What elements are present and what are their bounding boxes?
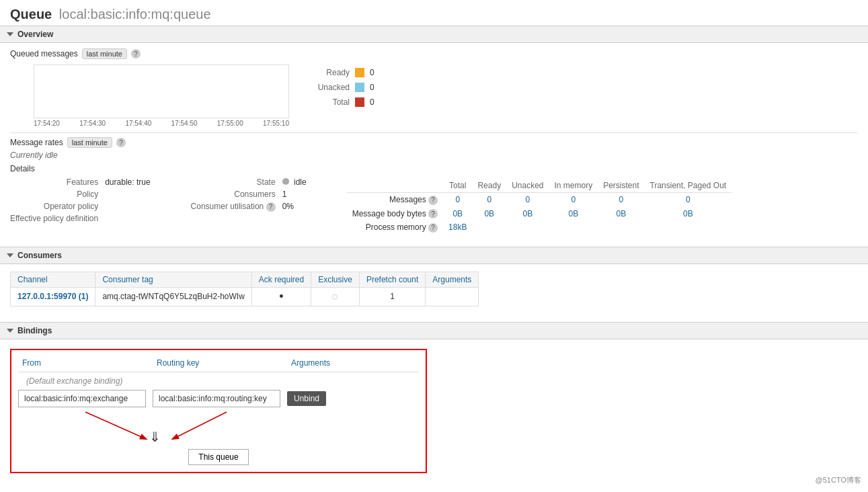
message-rates-row: Message rates last minute ? — [10, 137, 858, 148]
stats-col-transient: Transient, Paged Out — [645, 179, 732, 193]
operator-policy-key: Operator policy — [10, 200, 105, 212]
stats-col-unacked: Unacked — [506, 179, 549, 193]
memory-help[interactable]: ? — [428, 223, 438, 233]
state-key: State — [191, 176, 282, 188]
stats-row-bytes: Message body bytes ? 0B 0B 0B 0B 0B 0B — [347, 207, 732, 221]
memory-transient — [645, 220, 732, 235]
details-table: Features durable: true Policy Operator p… — [10, 176, 151, 224]
memory-unacked — [506, 220, 549, 235]
state-text: idle — [294, 177, 307, 187]
arguments-value — [426, 287, 479, 306]
col-channel: Channel — [11, 272, 95, 287]
ready-color — [355, 68, 364, 77]
unacked-label: Unacked — [309, 83, 350, 92]
this-queue-button[interactable]: This queue — [188, 449, 248, 465]
total-color — [355, 97, 364, 107]
ready-label: Ready — [309, 68, 350, 77]
rates-help-icon[interactable]: ? — [116, 138, 126, 147]
detail-row-effective-policy: Effective policy definition — [10, 212, 151, 224]
total-label: Total — [309, 97, 350, 107]
total-value: 0 — [370, 97, 374, 107]
bytes-ready: 0B — [472, 207, 506, 221]
routing-key-value: local:basic:info:mq:routing:key — [159, 394, 267, 403]
memory-persistent — [598, 220, 644, 235]
consumers-header[interactable]: Consumers — [0, 247, 868, 264]
state-value: idle — [282, 176, 307, 188]
msg-persistent: 0 — [598, 193, 644, 207]
col-exclusive: Exclusive — [311, 272, 360, 287]
consumers-section: Consumers Channel Consumer tag Ack requi… — [0, 247, 868, 317]
util-help-icon[interactable]: ? — [266, 202, 276, 212]
state-dot — [282, 178, 289, 185]
prefetch-value: 1 — [359, 287, 425, 306]
overview-header[interactable]: Overview — [0, 26, 868, 43]
last-minute-badge2[interactable]: last minute — [67, 137, 112, 148]
details-label: Details — [10, 164, 858, 173]
memory-label: Process memory ? — [347, 220, 443, 235]
consumers-label: Consumers — [17, 251, 62, 260]
consumers-table: Channel Consumer tag Ack required Exclus… — [10, 272, 479, 306]
divider1 — [10, 132, 858, 133]
bindings-triangle-icon — [7, 329, 13, 333]
messages-label: Messages ? — [347, 193, 443, 207]
msg-ready: 0 — [472, 193, 506, 207]
details-middle: State idle Consumers 1 Consumer utilisat… — [191, 176, 307, 213]
exclusive-value: ○ — [311, 287, 360, 306]
overview-content: Queued messages last minute ? 1.0 0.0 17… — [0, 43, 868, 241]
bytes-help[interactable]: ? — [428, 209, 438, 218]
col-arguments: Arguments — [426, 272, 479, 287]
unbind-button[interactable]: Unbind — [287, 391, 326, 406]
default-exchange-text: (Default exchange binding) — [22, 375, 126, 387]
operator-policy-value — [105, 200, 150, 212]
binding-row: local:basic:info:mq:exchange local:basic… — [18, 390, 419, 407]
chart-x-labels: 17:54:20 17:54:30 17:54:40 17:54:50 17:5… — [34, 118, 289, 127]
utilisation-row: Consumer utilisation ? 0% — [191, 200, 307, 213]
effective-policy-key: Effective policy definition — [10, 212, 105, 224]
chart-legend: Ready 0 Unacked 0 Total 0 — [309, 68, 374, 107]
legend-ready: Ready 0 — [309, 68, 374, 77]
detail-row-policy: Policy — [10, 188, 151, 200]
bytes-total: 0B — [443, 207, 472, 221]
utilisation-key: Consumer utilisation ? — [191, 200, 282, 213]
bindings-label: Bindings — [17, 326, 52, 335]
memory-value: 18kB — [443, 220, 472, 235]
msg-unacked: 0 — [506, 193, 549, 207]
stats-header-row: Total Ready Unacked In memory Persistent… — [347, 179, 732, 193]
exchange-name: local:basic:info:mq:exchange — [24, 394, 128, 403]
bindings-box: From Routing key Arguments (Default exch… — [10, 349, 427, 473]
details-left: Features durable: true Policy Operator p… — [10, 176, 151, 224]
svg-line-0 — [85, 412, 146, 439]
unacked-color — [355, 83, 364, 92]
last-minute-badge[interactable]: last minute — [82, 48, 127, 59]
consumers-key: Consumers — [191, 188, 282, 200]
details-layout: Features durable: true Policy Operator p… — [10, 176, 858, 235]
arrows-area: ⇓ — [18, 409, 419, 449]
memory-ready — [472, 220, 506, 235]
channel-value: 127.0.0.1:59970 (1) — [11, 287, 95, 306]
features-key: Features — [10, 176, 105, 188]
down-arrow: ⇓ — [149, 429, 161, 445]
policy-key: Policy — [10, 188, 105, 200]
ready-value: 0 — [370, 68, 374, 77]
queued-help-icon[interactable]: ? — [131, 49, 141, 58]
message-rates-label: Message rates — [10, 138, 63, 147]
stats-col-inmemory: In memory — [549, 179, 598, 193]
msg-help[interactable]: ? — [428, 196, 438, 205]
detail-row-features: Features durable: true — [10, 176, 151, 188]
bindings-header[interactable]: Bindings — [0, 322, 868, 339]
overview-label: Overview — [17, 30, 53, 39]
details-right: Total Ready Unacked In memory Persistent… — [347, 176, 732, 235]
unacked-value: 0 — [370, 83, 374, 92]
consumers-value: 1 — [282, 188, 307, 200]
bindings-columns-header: From Routing key Arguments — [18, 357, 419, 372]
from-col-header: From — [18, 357, 153, 369]
default-exchange-row: (Default exchange binding) — [18, 375, 419, 387]
this-queue-area: This queue — [18, 449, 419, 465]
col-prefetch: Prefetch count — [359, 272, 425, 287]
consumer-tag-value: amq.ctag-tWNTqQ6Y5LzqBuH2-hoWIw — [95, 287, 251, 306]
utilisation-value: 0% — [282, 200, 307, 213]
chart-area: 1.0 0.0 17:54:20 17:54:30 17:54:40 17:54… — [10, 65, 858, 127]
msg-transient: 0 — [645, 193, 732, 207]
state-row: State idle — [191, 176, 307, 188]
stats-row-messages: Messages ? 0 0 0 0 0 0 — [347, 193, 732, 207]
